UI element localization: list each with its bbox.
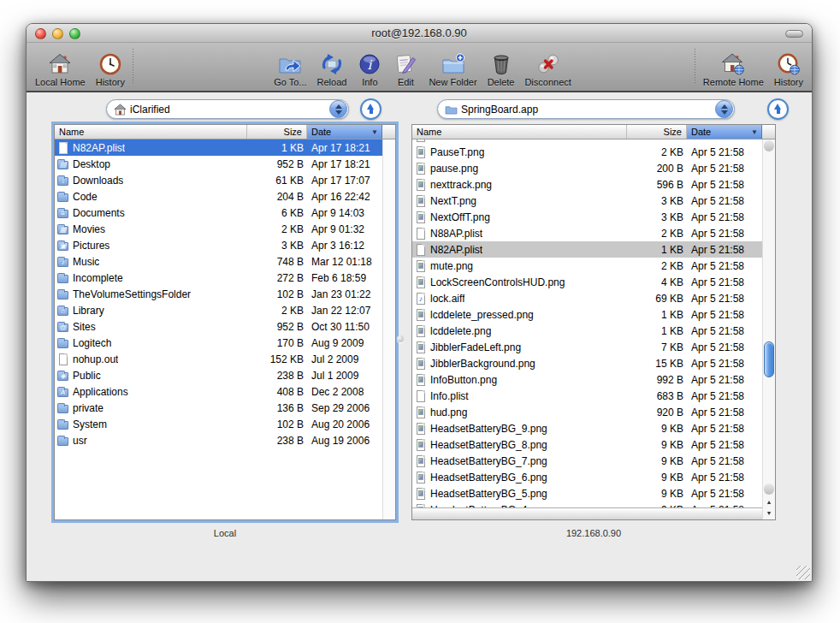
remote-path-popup[interactable]: SpringBoard.app — [437, 99, 735, 119]
window-resize-grip[interactable] — [796, 566, 810, 579]
local-path-popup[interactable]: iClarified — [106, 99, 349, 119]
file-row[interactable]: HeadsetBatteryBG_7.png9 KBApr 5 21:58 — [412, 453, 762, 469]
column-header-date[interactable]: Date ▼ — [687, 125, 762, 139]
minimize-button[interactable] — [52, 28, 63, 39]
file-name: usr — [73, 435, 87, 447]
file-row[interactable]: HeadsetBatteryBG_6.png9 KBApr 5 21:58 — [412, 469, 762, 485]
toolbar-button-new-folder[interactable]: New Folder — [429, 51, 476, 87]
file-row[interactable]: lcddelete.png1 KBApr 5 21:58 — [412, 323, 762, 339]
toolbar-button-go-to[interactable]: Go To... — [274, 51, 306, 87]
file-row[interactable]: N82AP.plist1 KBApr 17 18:21 — [55, 139, 382, 156]
file-row[interactable]: mute.png2 KBApr 5 21:58 — [412, 258, 762, 274]
file-date: Aug 20 2006 — [307, 418, 382, 430]
toolbar-button-edit[interactable]: Edit — [393, 51, 418, 87]
file-name-cell: @Sites — [55, 321, 247, 333]
png-image-file-icon — [415, 472, 427, 484]
toolbar-toggle-button[interactable] — [785, 30, 803, 38]
plist-file-icon — [415, 390, 427, 402]
file-row[interactable]: HeadsetBatteryBG_9.png9 KBApr 5 21:58 — [412, 420, 762, 436]
toolbar-button-history[interactable]: History — [96, 51, 125, 87]
file-row[interactable]: HeadsetBatteryBG_4.png9 KBApr 5 21:58 — [412, 501, 762, 507]
toolbar-button-disconnect[interactable]: Disconnect — [524, 51, 571, 87]
file-row[interactable]: Info.plist683 BApr 5 21:58 — [412, 388, 762, 404]
toolbar-button-label: Edit — [398, 77, 414, 87]
file-row[interactable]: lcddelete_pressed.png1 KBApr 5 21:58 — [412, 306, 762, 323]
file-date: Jul 1 2009 — [307, 370, 382, 382]
file-row[interactable]: HeadsetBatteryBG_5.png9 KBApr 5 21:58 — [412, 485, 762, 501]
file-row[interactable]: N82AP.plist1 KBApr 5 21:58 — [412, 241, 762, 258]
file-row[interactable]: ▣Pictures3 KBApr 3 16:12 — [55, 237, 382, 253]
column-header-name[interactable]: Name — [55, 125, 247, 139]
column-header-date[interactable]: Date ▼ — [307, 125, 382, 139]
column-header-size[interactable]: Size — [247, 125, 307, 139]
file-name-cell — [412, 139, 627, 142]
file-name: Documents — [73, 207, 125, 219]
file-name-cell: Info.plist — [412, 390, 627, 402]
file-row[interactable]: nexttrack.png596 BApr 5 21:58 — [412, 176, 762, 193]
file-row[interactable]: System102 BAug 20 2006 — [55, 416, 382, 432]
titlebar[interactable]: root@192.168.0.90 — [27, 24, 812, 43]
file-date: Apr 5 21:58 — [687, 341, 762, 353]
file-row[interactable]: ↓Downloads61 KBApr 17 17:07 — [55, 172, 382, 188]
file-row[interactable]: ⌂Library2 KBJan 22 12:07 — [55, 302, 382, 318]
toolbar-button-local-home[interactable]: Local Home — [35, 51, 86, 87]
column-header-name[interactable]: Name — [412, 125, 627, 139]
file-row[interactable]: usr238 BAug 19 2006 — [55, 432, 382, 448]
toolbar-button-history[interactable]: History — [774, 51, 803, 87]
file-name-cell: LockScreenControlsHUD.png — [412, 276, 627, 288]
file-row[interactable]: ◈Public238 BJul 1 2009 — [55, 367, 382, 383]
local-up-directory-button[interactable] — [360, 98, 382, 120]
file-row[interactable]: Incomplete272 BFeb 6 18:59 — [55, 270, 382, 286]
file-row[interactable]: AApplications408 BDec 2 2008 — [55, 383, 382, 400]
file-row[interactable]: NextOffT.png3 KBApr 5 21:58 — [412, 209, 762, 225]
toolbar-button-reload[interactable]: Reload — [317, 51, 347, 87]
trash-icon — [488, 51, 514, 76]
folder-icon — [57, 435, 69, 447]
file-size: 9 KB — [627, 439, 687, 451]
folder-icon — [57, 288, 69, 300]
file-row[interactable]: nohup.out152 KBJul 2 2009 — [55, 351, 382, 367]
file-row[interactable]: @Sites952 BOct 30 11:50 — [55, 318, 382, 335]
scrollbar-thumb[interactable] — [764, 341, 774, 377]
column-header-size[interactable]: Size — [627, 125, 687, 139]
file-row[interactable]: ▤Desktop952 BApr 17 18:21 — [55, 156, 382, 172]
file-row[interactable]: hud.png920 BApr 5 21:58 — [412, 404, 762, 420]
file-row[interactable]: Code204 BApr 16 22:42 — [55, 188, 382, 205]
file-row[interactable]: private136 BSep 29 2006 — [55, 400, 382, 416]
file-row[interactable]: InfoButton.png992 BApr 5 21:58 — [412, 371, 762, 388]
remote-up-directory-button[interactable] — [767, 98, 789, 120]
remote-vertical-scrollbar[interactable]: ▲ ▼ — [762, 139, 775, 519]
file-name-cell: System — [55, 418, 247, 430]
zoom-button[interactable] — [69, 28, 80, 39]
file-row[interactable]: JibblerFadeLeft.png7 KBApr 5 21:58 — [412, 339, 762, 355]
toolbar-button-delete[interactable]: Delete — [488, 51, 515, 87]
file-row[interactable]: ≡Documents6 KBApr 9 14:03 — [55, 205, 382, 221]
file-row[interactable]: HeadsetBatteryBG_8.png9 KBApr 5 21:58 — [412, 436, 762, 453]
file-name-cell: Incomplete — [55, 272, 247, 284]
file-row[interactable]: pause.png200 BApr 5 21:58 — [412, 160, 762, 176]
file-row[interactable]: TheVolumeSettingsFolder102 BJan 23 01:22 — [55, 286, 382, 302]
file-row[interactable]: N88AP.plist2 KBApr 5 21:58 — [412, 225, 762, 241]
close-button[interactable] — [35, 28, 46, 39]
file-size: 992 B — [627, 374, 687, 386]
toolbar-button-remote-home[interactable]: Remote Home — [703, 51, 764, 87]
scroll-up-arrow-icon[interactable]: ▲ — [763, 496, 775, 507]
local-vertical-scrollbar[interactable] — [382, 139, 395, 519]
file-name-cell: nexttrack.png — [412, 179, 627, 191]
file-name: Info.plist — [430, 390, 469, 402]
file-row[interactable]: Logitech170 BAug 9 2009 — [55, 335, 382, 351]
file-row[interactable]: LockScreenControlsHUD.png4 KBApr 5 21:58 — [412, 274, 762, 290]
app-window: root@192.168.0.90 Local HomeHistory Go T… — [26, 23, 813, 582]
toolbar-button-info[interactable]: iInfo — [357, 51, 382, 87]
file-size: 1 KB — [627, 244, 687, 256]
file-row[interactable]: PauseT.png2 KBApr 5 21:58 — [412, 144, 762, 160]
file-row[interactable]: JibblerBackground.png15 KBApr 5 21:58 — [412, 355, 762, 371]
file-row[interactable]: ♪Music748 BMar 12 01:18 — [55, 253, 382, 270]
file-row[interactable]: ▦Movies2 KBApr 9 01:32 — [55, 221, 382, 237]
sort-descending-icon: ▼ — [751, 128, 758, 136]
file-row[interactable]: NextT.png3 KBApr 5 21:58 — [412, 193, 762, 209]
pane-resize-handle[interactable] — [397, 335, 404, 342]
remote-horizontal-scrollbar[interactable] — [412, 507, 762, 519]
file-row[interactable]: ♪lock.aiff69 KBApr 5 21:58 — [412, 290, 762, 306]
scroll-down-arrow-icon[interactable]: ▼ — [763, 507, 775, 519]
